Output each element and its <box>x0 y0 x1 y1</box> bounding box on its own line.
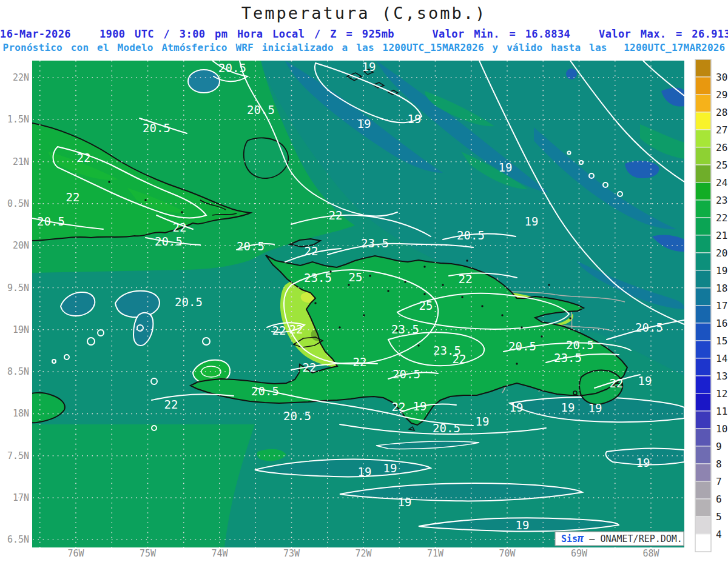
colorbar: 3029282726252423222120191817161514131211… <box>695 59 727 552</box>
contour-label: 22 <box>392 400 406 413</box>
colorbar-label: 14 <box>716 353 727 364</box>
colorbar-cell <box>695 95 711 112</box>
contour-label: 20.5 <box>218 61 246 75</box>
contour-label: 20.5 <box>247 103 275 116</box>
y-axis-label: 21N <box>13 156 29 167</box>
colorbar-cell <box>695 429 711 446</box>
x-axis-label: 72W <box>355 548 372 559</box>
colorbar-label: 10 <box>716 423 727 435</box>
branding-sis: Sis <box>561 534 578 544</box>
colorbar-cell <box>695 481 711 499</box>
contour-label: 23.5 <box>554 351 582 364</box>
contour-label: 22 <box>289 323 303 336</box>
colorbar-cell <box>695 218 711 235</box>
colorbar-label: 11 <box>716 406 727 417</box>
colorbar-cell <box>695 270 711 288</box>
contour-label: 25 <box>349 270 363 284</box>
colorbar-cell <box>695 112 711 130</box>
colorbar-cell <box>695 464 711 481</box>
x-axis-label: 71W <box>427 548 444 559</box>
contour-label: 20.5 <box>433 421 460 435</box>
y-axis-label: 18N <box>13 408 29 419</box>
colorbar-label: 16 <box>716 318 727 329</box>
contour-label: 19 <box>525 215 539 228</box>
contour-label: 19 <box>510 401 524 414</box>
x-axis-label: 74W <box>211 548 228 559</box>
branding-text: – ONAMET/REP.DOM. <box>584 534 682 544</box>
colorbar-label: 30 <box>716 72 727 83</box>
y-axis-label: 17N <box>13 492 29 503</box>
colorbar-label: 15 <box>716 335 727 347</box>
contour-label: 20.5 <box>37 215 65 228</box>
branding-box: Sisπ – ONAMET/REP.DOM. <box>555 532 684 546</box>
temperature-contour-map: 20.51920.5191920.519222220.52220.520.522… <box>0 0 728 562</box>
contour-label: 20.5 <box>508 340 536 353</box>
contour-label: 20.5 <box>457 229 485 242</box>
colorbar-cell <box>695 341 711 358</box>
colorbar-label: 20 <box>716 247 727 259</box>
y-axis-label: 7.5N <box>7 450 29 461</box>
colorbar-cell <box>695 77 711 95</box>
colorbar-cell <box>695 200 711 218</box>
colorbar-cell <box>695 59 711 77</box>
weather-map-page: Temperatura (C,somb.) 16-Mar-2026 1900 U… <box>0 0 728 562</box>
contour-label: 19 <box>398 495 412 509</box>
colorbar-label: 24 <box>716 177 727 189</box>
x-axis-label: 69W <box>571 548 588 559</box>
contour-label: 22 <box>164 398 178 411</box>
contour-label: 20.5 <box>251 384 279 398</box>
colorbar-label: 27 <box>716 124 727 136</box>
contour-label: 20.5 <box>175 295 203 309</box>
contour-label: 22 <box>77 151 91 164</box>
colorbar-label: 29 <box>716 89 727 101</box>
x-axis-label: 73W <box>283 548 300 559</box>
colorbar-cell <box>695 358 711 376</box>
x-axis-label: 70W <box>499 548 516 559</box>
colorbar-cell <box>695 288 711 306</box>
colorbar-cell <box>695 517 711 534</box>
y-axis-label: 8.5N <box>7 366 29 377</box>
contour-label: 22 <box>272 324 286 337</box>
valid-time-line: 16-Mar-2026 1900 UTC / 3:00 pm Hora Loca… <box>0 28 728 40</box>
contour-label: 19 <box>638 374 652 387</box>
colorbar-label: 26 <box>716 142 727 153</box>
colorbar-cell <box>695 130 711 147</box>
colorbar-label: 13 <box>716 370 727 382</box>
contour-label: 19 <box>383 461 397 475</box>
y-axis-label: 1.5N <box>7 114 29 125</box>
colorbar-label: 17 <box>716 300 727 312</box>
contour-label: 19 <box>358 465 372 478</box>
model-info-line: Pronóstico con el Modelo Atmósferico WRF… <box>0 42 728 53</box>
colorbar-label: 28 <box>716 107 727 118</box>
y-axis-label: 6.5N <box>7 534 29 545</box>
contour-label: 22 <box>459 272 473 286</box>
colorbar-label: 18 <box>716 283 727 294</box>
y-axis-label: 20N <box>13 240 29 251</box>
y-axis-label: 0.5N <box>7 198 29 209</box>
x-axis-label: 75W <box>140 548 157 559</box>
contour-label: 20.5 <box>143 121 170 135</box>
contour-label: 23.5 <box>361 236 389 250</box>
svg-text:Sisπ – ONAMET/REP.DOM.: Sisπ – ONAMET/REP.DOM. <box>561 532 682 544</box>
contour-label: 20.5 <box>283 409 311 423</box>
contour-label: 19 <box>636 456 650 469</box>
colorbar-label: 7 <box>716 476 722 487</box>
colorbar-label: 4 <box>716 529 722 540</box>
contour-label: 19 <box>476 415 490 428</box>
contour-label: 22 <box>66 190 80 204</box>
contour-label: 19 <box>413 400 427 413</box>
colorbar-label: 22 <box>716 212 727 224</box>
colorbar-label: 12 <box>716 388 727 400</box>
x-axis-label: 76W <box>67 548 84 559</box>
colorbar-cell <box>695 499 711 517</box>
contour-label: 19 <box>408 112 422 125</box>
contour-label: 22 <box>173 221 187 234</box>
colorbar-cell <box>695 411 711 429</box>
colorbar-cell <box>695 393 711 411</box>
contour-label: 23.5 <box>391 323 419 336</box>
colorbar-cell <box>695 147 711 165</box>
contour-label: 22 <box>303 361 317 374</box>
y-axis-label: 19N <box>13 324 29 335</box>
colorbar-cell <box>695 306 711 323</box>
contour-label: 20.5 <box>566 338 594 352</box>
